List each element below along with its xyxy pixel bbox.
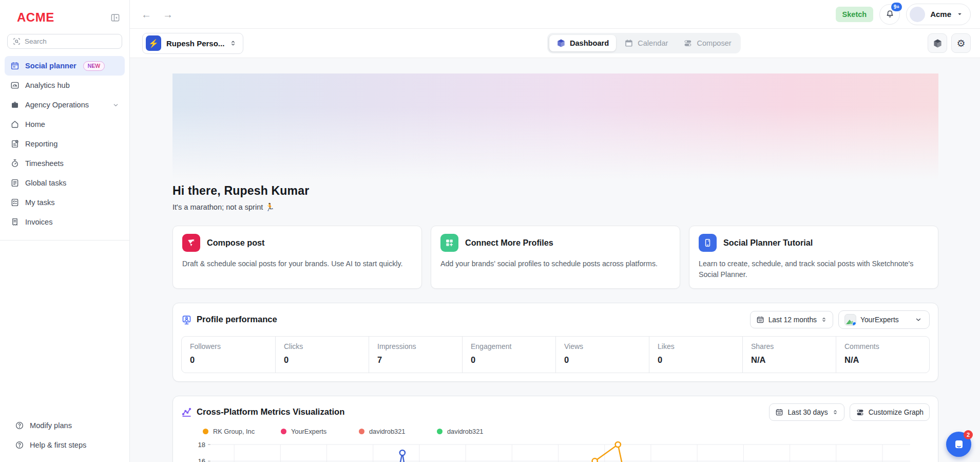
tab-calendar[interactable]: Calendar <box>617 35 675 51</box>
chart-range-select[interactable]: Last 30 days <box>769 403 844 421</box>
metric-value: N/A <box>751 355 828 365</box>
sidebar-item-global-tasks[interactable]: Global tasks <box>5 173 125 193</box>
sidebar-item-reporting[interactable]: Reporting <box>5 134 125 154</box>
quick-action-cards: Compose postDraft & schedule social post… <box>172 226 938 289</box>
legend-label: RK Group, Inc <box>213 428 255 435</box>
card-social-planner-tutorial[interactable]: Social Planner TutorialLearn to create, … <box>689 226 938 289</box>
legend-dot-icon <box>281 429 286 434</box>
metric-label: Likes <box>658 342 734 350</box>
metric-likes: Likes0 <box>649 337 742 373</box>
card-title: Social Planner Tutorial <box>723 238 813 248</box>
legend-item[interactable]: RK Group, Inc <box>203 428 281 435</box>
sidebar-item-analytics-hub[interactable]: Analytics hub <box>5 76 125 95</box>
sidebar-item-timesheets[interactable]: Timesheets <box>5 154 125 173</box>
notifications-button[interactable]: 9+ <box>879 4 900 25</box>
calendar-icon <box>756 316 764 324</box>
workspace-selector[interactable]: ⚡ Rupesh Perso... <box>142 33 243 54</box>
card-description: Learn to create, schedule, and track soc… <box>699 258 929 280</box>
chevron-down-icon <box>112 102 119 108</box>
new-badge: NEW <box>83 61 105 71</box>
calendar-icon <box>775 408 783 416</box>
sidebar-item-social-planner[interactable]: Social plannerNEW <box>5 56 125 76</box>
metric-label: Followers <box>190 342 267 350</box>
customize-graph-button[interactable]: Customize Graph <box>850 403 930 421</box>
profiles-icon <box>440 234 458 252</box>
line-chart-icon <box>181 407 192 418</box>
back-arrow-icon[interactable]: ← <box>141 9 151 20</box>
card-connect-more-profiles[interactable]: Connect More ProfilesAdd your brands’ so… <box>431 226 680 289</box>
legend-dot-icon <box>437 429 443 434</box>
legend-dot-icon <box>203 429 208 434</box>
cube-icon <box>556 39 566 48</box>
report-icon <box>10 139 20 149</box>
calendar-solid-icon <box>624 39 633 48</box>
card-compose-post[interactable]: Compose postDraft & schedule social post… <box>172 226 422 289</box>
question-icon <box>15 421 24 430</box>
account-name: Acme <box>930 10 951 19</box>
profile-avatar-image <box>844 314 856 326</box>
greeting-title: Hi there, Rupesh Kumar <box>172 184 938 198</box>
metric-label: Shares <box>751 342 828 350</box>
metric-engagement: Engagement0 <box>462 337 555 373</box>
legend-label: davidrob321 <box>447 428 483 435</box>
forward-arrow-icon[interactable]: → <box>163 9 173 20</box>
sidebar-item-label: Social planner <box>25 62 76 70</box>
legend-label: YourExperts <box>291 428 326 435</box>
acme-logo: ACME <box>17 10 54 25</box>
search-icon <box>13 38 21 45</box>
performance-range-select[interactable]: Last 12 months <box>750 311 833 328</box>
tab-label: Composer <box>697 39 731 47</box>
metrics-row: Followers0Clicks0Impressions7Engagement0… <box>181 336 930 373</box>
chat-launcher[interactable]: 2 <box>946 432 971 457</box>
tab-dashboard[interactable]: Dashboard <box>549 35 616 51</box>
integrations-button[interactable] <box>928 33 947 53</box>
chevron-down-icon <box>915 316 922 323</box>
account-menu[interactable]: Acme <box>906 4 971 25</box>
settings-button[interactable]: ⚙ <box>951 33 971 53</box>
briefcase-icon <box>10 100 20 109</box>
gauge-icon <box>10 81 20 90</box>
card-title: Compose post <box>207 238 264 248</box>
profile-performance-panel: Profile performance Last 12 months YourE… <box>172 303 938 382</box>
card-description: Add your brands’ social profiles to sche… <box>440 258 670 269</box>
metric-label: Views <box>564 342 641 350</box>
chart-range-label: Last 30 days <box>787 409 828 416</box>
metric-value: 0 <box>471 355 547 365</box>
main-content: Hi there, Rupesh Kumar It's a marathon; … <box>130 58 980 462</box>
sidebar-item-label: Reporting <box>25 140 57 148</box>
metric-value: 0 <box>658 355 734 365</box>
profile-performance-icon <box>181 315 192 325</box>
performance-account-label: YourExperts <box>860 316 899 324</box>
metric-clicks: Clicks0 <box>275 337 369 373</box>
notebook-icon <box>10 178 20 188</box>
sidebar-item-home[interactable]: Home <box>5 115 125 134</box>
account-avatar <box>910 7 925 22</box>
metric-label: Comments <box>844 342 921 350</box>
search-field[interactable] <box>25 38 117 45</box>
sidebar-item-help-first-steps[interactable]: Help & first steps <box>9 435 120 455</box>
checklist-icon <box>10 198 20 207</box>
metric-shares: SharesN/A <box>742 337 836 373</box>
customize-graph-label: Customize Graph <box>869 409 924 416</box>
metric-impressions: Impressions7 <box>369 337 462 373</box>
chart-legend: RK Group, IncYourExpertsdavidrob321david… <box>203 428 930 435</box>
tab-composer[interactable]: Composer <box>676 35 738 51</box>
sidebar-collapse-icon[interactable] <box>110 13 120 23</box>
search-input[interactable] <box>7 34 122 49</box>
sketch-badge[interactable]: Sketch <box>836 7 874 22</box>
sidebar-item-label: Modify plans <box>30 421 72 430</box>
sidebar-item-agency-operations[interactable]: Agency Operations <box>5 95 125 115</box>
lightning-icon: ⚡ <box>146 35 161 51</box>
performance-range-label: Last 12 months <box>768 316 817 324</box>
sidebar-item-invoices[interactable]: Invoices <box>5 212 125 232</box>
sidebar-divider <box>0 240 129 241</box>
sidebar-item-my-tasks[interactable]: My tasks <box>5 193 125 212</box>
performance-account-select[interactable]: YourExperts <box>838 310 930 329</box>
sidebar-item-modify-plans[interactable]: Modify plans <box>9 416 120 435</box>
sidebar-item-label: Timesheets <box>25 159 64 168</box>
metric-value: N/A <box>844 355 921 365</box>
legend-item[interactable]: YourExperts <box>281 428 359 435</box>
legend-item[interactable]: davidrob321 <box>437 428 515 435</box>
view-tabs: DashboardCalendarComposer <box>547 33 741 53</box>
legend-item[interactable]: davidrob321 <box>359 428 437 435</box>
